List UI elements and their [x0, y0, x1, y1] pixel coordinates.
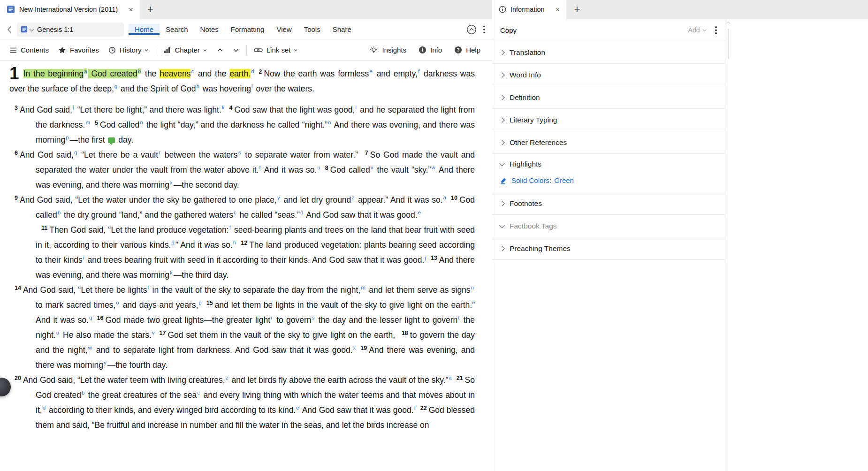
- footnote-marker[interactable]: y: [104, 360, 107, 365]
- footnote-marker[interactable]: r: [159, 150, 160, 155]
- footnote-marker[interactable]: v: [152, 330, 155, 335]
- reference-input[interactable]: Genesis 1:1: [17, 23, 124, 37]
- tab-information[interactable]: Information ×: [492, 0, 566, 19]
- menu-tools[interactable]: Tools: [298, 24, 327, 35]
- footnote-marker[interactable]: e: [296, 405, 299, 410]
- footnote-marker[interactable]: n: [471, 285, 474, 290]
- footnote-marker[interactable]: h: [197, 84, 199, 89]
- footnote-marker[interactable]: z: [351, 195, 354, 200]
- footnote-marker[interactable]: k: [222, 105, 225, 110]
- footnote-marker[interactable]: e: [369, 68, 372, 74]
- section-word-info[interactable]: Word Info: [492, 64, 725, 86]
- footnote-marker[interactable]: y: [277, 195, 280, 200]
- menu-view[interactable]: View: [270, 24, 297, 35]
- copy-button[interactable]: Copy: [500, 26, 517, 34]
- collapse-toolbar-button[interactable]: [466, 24, 477, 35]
- footnote-marker[interactable]: z: [226, 375, 228, 380]
- footnote-marker[interactable]: d: [43, 405, 46, 410]
- footnote-marker[interactable]: g: [114, 84, 117, 89]
- section-footnotes[interactable]: Footnotes: [492, 192, 725, 215]
- footnote-marker[interactable]: l: [148, 285, 149, 290]
- panel-menu-kebab-icon[interactable]: [483, 25, 485, 34]
- footnote-marker[interactable]: x: [170, 180, 173, 185]
- menu-notes[interactable]: Notes: [194, 24, 225, 35]
- footnote-marker[interactable]: d: [300, 210, 303, 215]
- footnote-marker[interactable]: n: [140, 120, 143, 125]
- link-set-button[interactable]: Link set: [249, 40, 303, 60]
- footnote-marker[interactable]: w: [431, 165, 435, 170]
- footnote-marker[interactable]: u: [317, 165, 320, 170]
- close-icon[interactable]: ×: [129, 6, 133, 14]
- footnote-marker[interactable]: s: [312, 315, 315, 320]
- history-button[interactable]: History: [104, 40, 154, 60]
- footnote-marker[interactable]: a: [449, 375, 451, 380]
- section-translation[interactable]: Translation: [492, 41, 725, 64]
- footnote-marker[interactable]: j: [73, 105, 74, 110]
- chevron-down-icon[interactable]: [30, 27, 34, 31]
- footnote-marker[interactable]: q: [89, 315, 92, 320]
- new-tab-button[interactable]: +: [566, 0, 587, 19]
- footnote-marker[interactable]: g: [171, 240, 174, 245]
- footnote-marker[interactable]: t: [259, 165, 260, 170]
- insights-button[interactable]: Insights: [365, 46, 411, 54]
- help-button[interactable]: ?Help: [449, 46, 485, 54]
- add-button[interactable]: Add: [688, 26, 706, 34]
- back-button[interactable]: [4, 25, 15, 34]
- scroll-up-icon[interactable]: [726, 22, 730, 25]
- footnote-marker[interactable]: c: [191, 68, 194, 74]
- highlight-style-link[interactable]: Solid Colors: [511, 176, 549, 184]
- footnote-marker[interactable]: h: [233, 240, 236, 245]
- footnote-marker[interactable]: b: [82, 390, 84, 395]
- footnote-marker[interactable]: i: [251, 84, 253, 89]
- menu-home[interactable]: Home: [129, 24, 160, 35]
- footnote-marker[interactable]: b: [58, 210, 61, 215]
- tab-niv-2011[interactable]: New International Version (2011) ×: [0, 0, 140, 19]
- footnote-marker[interactable]: m: [85, 120, 90, 125]
- footnote-marker[interactable]: c: [234, 210, 236, 215]
- footnote-marker[interactable]: k: [170, 270, 173, 275]
- footnote-marker[interactable]: x: [353, 345, 356, 350]
- footnote-marker[interactable]: c: [197, 390, 200, 395]
- footnote-marker[interactable]: e: [418, 210, 421, 215]
- menu-formatting[interactable]: Formatting: [225, 24, 271, 35]
- scrollbar[interactable]: [725, 19, 731, 471]
- section-other-references[interactable]: Other References: [492, 131, 725, 154]
- section-highlights[interactable]: Highlights: [492, 154, 725, 175]
- footnote-marker[interactable]: o: [116, 300, 119, 305]
- section-factbook-tags[interactable]: Factbook Tags: [492, 215, 725, 237]
- footnote-marker[interactable]: a: [84, 68, 87, 74]
- section-definition[interactable]: Definition: [492, 86, 725, 109]
- footnote-marker[interactable]: d: [251, 68, 254, 74]
- previous-chapter-button[interactable]: [212, 40, 228, 60]
- highlight-color-link[interactable]: Green: [554, 176, 574, 184]
- close-icon[interactable]: ×: [556, 6, 560, 14]
- section-preaching-themes[interactable]: Preaching Themes: [492, 237, 725, 260]
- footnote-marker[interactable]: q: [74, 150, 77, 155]
- footnote-marker[interactable]: s: [238, 150, 241, 155]
- footnote-marker[interactable]: u: [56, 330, 59, 335]
- footnote-marker[interactable]: l: [355, 105, 357, 110]
- menu-search[interactable]: Search: [160, 24, 194, 35]
- footnote-marker[interactable]: m: [361, 285, 365, 290]
- footnote-marker[interactable]: p: [66, 135, 69, 140]
- information-kebab-icon[interactable]: [715, 26, 717, 34]
- favorites-button[interactable]: Favorites: [53, 40, 104, 60]
- info-button[interactable]: Info: [414, 46, 447, 54]
- footnote-marker[interactable]: v: [371, 165, 373, 170]
- footnote-marker[interactable]: r: [271, 315, 273, 320]
- footnote-marker[interactable]: f: [418, 68, 419, 74]
- contents-button[interactable]: Contents: [5, 40, 53, 60]
- footnote-marker[interactable]: t: [458, 315, 459, 320]
- footnote-marker[interactable]: b: [138, 68, 141, 74]
- chapter-button[interactable]: Chapter: [159, 40, 212, 60]
- new-tab-button[interactable]: +: [140, 0, 161, 19]
- scrollbar-thumb[interactable]: [728, 29, 729, 59]
- footnote-marker[interactable]: a: [443, 195, 446, 200]
- footnote-marker[interactable]: f: [414, 405, 416, 410]
- footnote-marker[interactable]: p: [198, 300, 201, 305]
- footnote-marker[interactable]: f: [229, 225, 231, 230]
- menu-share[interactable]: Share: [327, 24, 358, 35]
- next-chapter-button[interactable]: [228, 40, 244, 60]
- note-indicator-icon[interactable]: [108, 137, 115, 143]
- footnote-marker[interactable]: w: [88, 345, 91, 350]
